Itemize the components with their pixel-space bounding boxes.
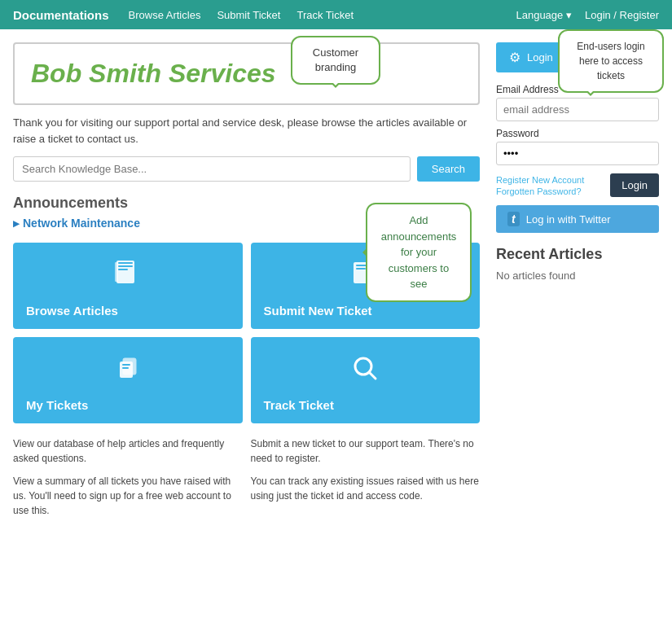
svg-rect-4: [115, 262, 118, 282]
language-selector[interactable]: Language ▾: [516, 9, 571, 21]
email-field[interactable]: [496, 98, 659, 121]
logo-area: Bob Smith Services Customer branding: [13, 42, 480, 105]
nav-submit-ticket[interactable]: Submit Ticket: [217, 9, 280, 21]
sidebar: ⚙ Login Email Address Password Register …: [496, 42, 659, 524]
svg-rect-3: [118, 269, 128, 270]
svg-rect-13: [122, 364, 130, 366]
browse-articles-desc: View our database of help articles and f…: [13, 436, 243, 466]
nav-links: Browse Articles Submit Ticket Track Tick…: [129, 9, 516, 21]
submit-ticket-desc: Submit a new ticket to our support team.…: [251, 436, 481, 466]
search-row: Search: [13, 156, 480, 182]
main-content: Bob Smith Services Customer branding Tha…: [13, 42, 480, 524]
nav-brand[interactable]: Documentations: [13, 8, 109, 22]
announcements-bubble: Add announcements for your customers to …: [366, 203, 472, 302]
no-articles-text: No articles found: [496, 269, 659, 282]
twitter-icon: t: [507, 212, 520, 226]
customer-branding-bubble: Customer branding: [291, 36, 380, 85]
svg-rect-1: [118, 262, 133, 264]
password-field[interactable]: [496, 142, 659, 165]
twitter-login-button[interactable]: t Log in with Twitter: [496, 205, 659, 233]
my-tickets-title: My Tickets: [26, 398, 230, 412]
sidebar-links: Register New Account Forgotten Password?: [496, 175, 584, 196]
password-label: Password: [496, 128, 659, 139]
search-button[interactable]: Search: [417, 156, 480, 182]
login-button[interactable]: Login: [610, 173, 659, 197]
navbar: Documentations Browse Articles Submit Ti…: [0, 0, 672, 29]
card-descriptions: View our database of help articles and f…: [13, 436, 480, 518]
logo-text: Bob Smith Services: [31, 59, 462, 89]
track-ticket-title: Track Ticket: [264, 398, 468, 412]
forgotten-password-link[interactable]: Forgotten Password?: [496, 186, 584, 196]
announcements-section: Announcements Network Maintenance Add an…: [13, 195, 480, 230]
card-browse-articles[interactable]: Browse Articles: [13, 243, 243, 329]
svg-rect-0: [116, 261, 134, 283]
my-tickets-icon: [26, 352, 230, 392]
svg-rect-14: [122, 367, 129, 369]
end-users-bubble: End-users login here to access tickets: [558, 29, 664, 93]
svg-rect-7: [356, 268, 366, 269]
search-input[interactable]: [13, 156, 411, 182]
nav-browse-articles[interactable]: Browse Articles: [129, 9, 201, 21]
browse-articles-title: Browse Articles: [26, 304, 230, 318]
login-register-link[interactable]: Login / Register: [585, 9, 659, 21]
sidebar-actions: Register New Account Forgotten Password?…: [496, 173, 659, 197]
nav-track-ticket[interactable]: Track Ticket: [296, 9, 354, 21]
my-tickets-desc: View a summary of all tickets you have r…: [13, 474, 243, 518]
browse-articles-icon: [26, 257, 230, 297]
gear-icon: ⚙: [509, 50, 520, 65]
track-ticket-icon: [264, 352, 468, 392]
card-track-ticket[interactable]: Track Ticket: [251, 337, 481, 423]
svg-rect-2: [118, 265, 133, 267]
track-ticket-desc: You can track any existing issues raised…: [251, 474, 481, 518]
svg-rect-12: [123, 358, 136, 375]
recent-articles-title: Recent Articles: [496, 246, 659, 263]
nav-right: Language ▾ Login / Register: [516, 9, 659, 21]
submit-ticket-title: Submit New Ticket: [264, 304, 468, 318]
svg-line-16: [369, 372, 376, 379]
tagline: Thank you for visiting our support porta…: [13, 115, 480, 147]
register-link[interactable]: Register New Account: [496, 175, 584, 185]
card-my-tickets[interactable]: My Tickets: [13, 337, 243, 423]
